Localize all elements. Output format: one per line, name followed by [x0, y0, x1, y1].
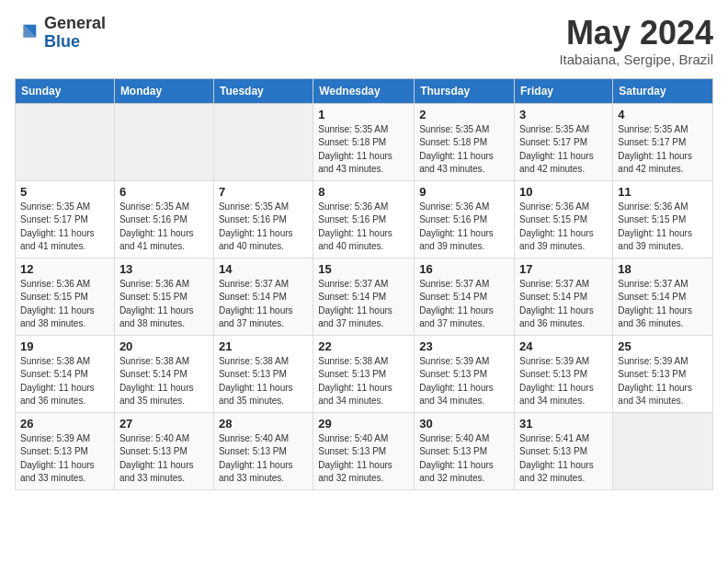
day-info: Sunrise: 5:35 AM Sunset: 5:16 PM Dayligh… [119, 201, 209, 254]
day-cell: 14Sunrise: 5:37 AM Sunset: 5:14 PM Dayli… [213, 258, 313, 335]
day-cell: 25Sunrise: 5:39 AM Sunset: 5:13 PM Dayli… [613, 335, 713, 412]
header-cell-wednesday: Wednesday [313, 78, 415, 103]
day-cell [114, 103, 213, 180]
day-cell: 12Sunrise: 5:36 AM Sunset: 5:15 PM Dayli… [16, 258, 115, 335]
day-cell: 21Sunrise: 5:38 AM Sunset: 5:13 PM Dayli… [213, 335, 313, 412]
header-cell-monday: Monday [114, 78, 213, 103]
calendar-table: SundayMondayTuesdayWednesdayThursdayFrid… [15, 78, 713, 490]
week-row-3: 12Sunrise: 5:36 AM Sunset: 5:15 PM Dayli… [16, 258, 713, 335]
day-cell: 22Sunrise: 5:38 AM Sunset: 5:13 PM Dayli… [313, 335, 415, 412]
page-header: General Blue May 2024 Itabaiana, Sergipe… [15, 15, 713, 67]
day-cell: 27Sunrise: 5:40 AM Sunset: 5:13 PM Dayli… [114, 412, 213, 489]
day-number: 9 [419, 185, 509, 199]
day-cell: 20Sunrise: 5:38 AM Sunset: 5:14 PM Dayli… [114, 335, 213, 412]
day-info: Sunrise: 5:35 AM Sunset: 5:17 PM Dayligh… [519, 123, 608, 177]
calendar-body: 1Sunrise: 5:35 AM Sunset: 5:18 PM Daylig… [16, 103, 713, 489]
day-number: 25 [618, 339, 708, 353]
day-info: Sunrise: 5:39 AM Sunset: 5:13 PM Dayligh… [519, 355, 608, 408]
day-number: 8 [318, 185, 409, 199]
header-cell-tuesday: Tuesday [213, 78, 313, 103]
day-cell: 28Sunrise: 5:40 AM Sunset: 5:13 PM Dayli… [213, 412, 313, 489]
day-number: 2 [419, 108, 509, 121]
logo-general: General [44, 15, 106, 33]
day-info: Sunrise: 5:39 AM Sunset: 5:13 PM Dayligh… [20, 432, 109, 486]
day-cell: 16Sunrise: 5:37 AM Sunset: 5:14 PM Dayli… [415, 258, 515, 335]
day-number: 20 [119, 339, 209, 353]
calendar-subtitle: Itabaiana, Sergipe, Brazil [559, 52, 713, 67]
day-cell: 7Sunrise: 5:35 AM Sunset: 5:16 PM Daylig… [213, 180, 313, 258]
day-info: Sunrise: 5:36 AM Sunset: 5:16 PM Dayligh… [318, 201, 409, 254]
day-info: Sunrise: 5:37 AM Sunset: 5:14 PM Dayligh… [219, 278, 308, 331]
day-info: Sunrise: 5:38 AM Sunset: 5:13 PM Dayligh… [219, 355, 308, 408]
logo-icon [15, 20, 40, 46]
logo: General Blue [15, 15, 106, 52]
day-number: 22 [318, 339, 409, 353]
day-info: Sunrise: 5:37 AM Sunset: 5:14 PM Dayligh… [419, 278, 509, 331]
header-cell-thursday: Thursday [415, 78, 515, 103]
day-number: 4 [618, 108, 708, 121]
day-number: 5 [20, 185, 109, 199]
week-row-1: 1Sunrise: 5:35 AM Sunset: 5:18 PM Daylig… [16, 103, 713, 180]
day-number: 26 [20, 417, 109, 431]
day-info: Sunrise: 5:40 AM Sunset: 5:13 PM Dayligh… [419, 432, 509, 486]
day-cell: 29Sunrise: 5:40 AM Sunset: 5:13 PM Dayli… [313, 412, 415, 489]
day-info: Sunrise: 5:40 AM Sunset: 5:13 PM Dayligh… [318, 432, 409, 486]
day-cell: 18Sunrise: 5:37 AM Sunset: 5:14 PM Dayli… [613, 258, 713, 335]
day-number: 24 [519, 339, 608, 353]
day-info: Sunrise: 5:35 AM Sunset: 5:18 PM Dayligh… [318, 123, 409, 177]
calendar-title: May 2024 [559, 15, 713, 52]
day-cell [613, 412, 713, 489]
header-cell-saturday: Saturday [613, 78, 713, 103]
day-cell [213, 103, 313, 180]
day-info: Sunrise: 5:38 AM Sunset: 5:14 PM Dayligh… [119, 355, 209, 408]
day-cell: 6Sunrise: 5:35 AM Sunset: 5:16 PM Daylig… [114, 180, 213, 258]
day-cell: 5Sunrise: 5:35 AM Sunset: 5:17 PM Daylig… [16, 180, 115, 258]
day-cell: 8Sunrise: 5:36 AM Sunset: 5:16 PM Daylig… [313, 180, 415, 258]
day-number: 13 [119, 262, 209, 276]
title-block: May 2024 Itabaiana, Sergipe, Brazil [559, 15, 713, 67]
day-number: 3 [519, 108, 608, 121]
day-number: 15 [318, 262, 409, 276]
day-number: 10 [519, 185, 608, 199]
day-number: 31 [519, 417, 608, 431]
day-cell: 2Sunrise: 5:35 AM Sunset: 5:18 PM Daylig… [415, 103, 515, 180]
day-info: Sunrise: 5:39 AM Sunset: 5:13 PM Dayligh… [618, 355, 708, 408]
day-cell: 11Sunrise: 5:36 AM Sunset: 5:15 PM Dayli… [613, 180, 713, 258]
day-info: Sunrise: 5:41 AM Sunset: 5:13 PM Dayligh… [519, 432, 608, 486]
day-number: 14 [219, 262, 308, 276]
day-info: Sunrise: 5:37 AM Sunset: 5:14 PM Dayligh… [519, 278, 608, 331]
day-cell: 3Sunrise: 5:35 AM Sunset: 5:17 PM Daylig… [515, 103, 613, 180]
day-cell: 24Sunrise: 5:39 AM Sunset: 5:13 PM Dayli… [515, 335, 613, 412]
day-cell: 17Sunrise: 5:37 AM Sunset: 5:14 PM Dayli… [515, 258, 613, 335]
day-info: Sunrise: 5:40 AM Sunset: 5:13 PM Dayligh… [219, 432, 308, 486]
day-number: 27 [119, 417, 209, 431]
day-cell: 13Sunrise: 5:36 AM Sunset: 5:15 PM Dayli… [114, 258, 213, 335]
day-cell: 15Sunrise: 5:37 AM Sunset: 5:14 PM Dayli… [313, 258, 415, 335]
logo-text: General Blue [44, 15, 106, 52]
logo-blue: Blue [44, 33, 106, 52]
day-info: Sunrise: 5:36 AM Sunset: 5:15 PM Dayligh… [20, 278, 109, 331]
header-cell-friday: Friday [515, 78, 613, 103]
header-cell-sunday: Sunday [16, 78, 115, 103]
day-cell: 9Sunrise: 5:36 AM Sunset: 5:16 PM Daylig… [415, 180, 515, 258]
day-number: 28 [219, 417, 308, 431]
day-info: Sunrise: 5:38 AM Sunset: 5:14 PM Dayligh… [20, 355, 109, 408]
day-number: 17 [519, 262, 608, 276]
day-info: Sunrise: 5:38 AM Sunset: 5:13 PM Dayligh… [318, 355, 409, 408]
day-info: Sunrise: 5:35 AM Sunset: 5:16 PM Dayligh… [219, 201, 308, 254]
week-row-2: 5Sunrise: 5:35 AM Sunset: 5:17 PM Daylig… [16, 180, 713, 258]
day-number: 12 [20, 262, 109, 276]
day-cell: 4Sunrise: 5:35 AM Sunset: 5:17 PM Daylig… [613, 103, 713, 180]
day-cell: 31Sunrise: 5:41 AM Sunset: 5:13 PM Dayli… [515, 412, 613, 489]
day-info: Sunrise: 5:35 AM Sunset: 5:17 PM Dayligh… [20, 201, 109, 254]
day-number: 6 [119, 185, 209, 199]
day-number: 1 [318, 108, 409, 121]
day-number: 11 [618, 185, 708, 199]
day-cell: 10Sunrise: 5:36 AM Sunset: 5:15 PM Dayli… [515, 180, 613, 258]
day-info: Sunrise: 5:37 AM Sunset: 5:14 PM Dayligh… [318, 278, 409, 331]
day-number: 23 [419, 339, 509, 353]
day-number: 18 [618, 262, 708, 276]
header-row: SundayMondayTuesdayWednesdayThursdayFrid… [16, 78, 713, 103]
day-number: 30 [419, 417, 509, 431]
day-cell: 23Sunrise: 5:39 AM Sunset: 5:13 PM Dayli… [415, 335, 515, 412]
